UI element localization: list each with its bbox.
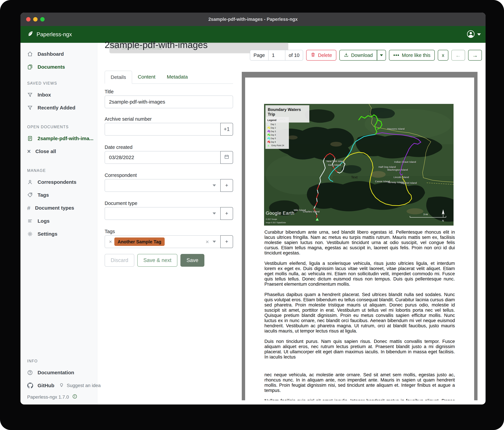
legend-row: Day 3	[267, 130, 287, 133]
zoom-window-button[interactable]	[40, 17, 45, 21]
close-window-button[interactable]	[26, 17, 30, 21]
add-tag-button[interactable]: +	[220, 235, 233, 248]
home-icon	[27, 51, 33, 57]
sidebar-item-github[interactable]: GitHub	[27, 383, 54, 389]
chevron-down-icon	[380, 54, 383, 56]
document-type-select[interactable]	[105, 207, 233, 220]
previous-document-button[interactable]: ←	[451, 50, 465, 61]
map-copyright: Image © 2017 DigitalGlobe	[266, 222, 286, 224]
more-like-this-label: More like this	[402, 53, 431, 58]
user-menu[interactable]	[467, 26, 481, 43]
pdf-preview[interactable]: Hausons Island New York Island Gary Isla…	[242, 72, 477, 400]
sidebar-section-saved-views: SAVED VIEWS	[27, 81, 57, 86]
sidebar-section-info: INFO	[27, 359, 38, 363]
tab-details[interactable]: Details	[105, 71, 132, 84]
asn-field-label: Archive serial number	[105, 116, 152, 122]
asn-input[interactable]	[105, 123, 233, 136]
sidebar-item-suggest-idea[interactable]: Suggest an idea	[59, 383, 101, 389]
date-created-input[interactable]: 03/28/2022	[105, 151, 233, 164]
sidebar-item-label: 2sample-pdf-with-ima...	[37, 136, 93, 141]
tags-label: Tags	[105, 229, 115, 234]
download-options-button[interactable]	[377, 50, 386, 61]
sidebar-item-document-types[interactable]: # Document types	[27, 203, 74, 213]
app-logo[interactable]: Paperless-ngx	[27, 26, 72, 43]
document-paragraph: Vestibulum eleifend, ligula a scelerisqu…	[264, 261, 455, 287]
save-next-button[interactable]: Save & next	[137, 254, 177, 267]
legend-row: Day 4	[267, 133, 287, 137]
sidebar-item-tags[interactable]: Tags	[27, 190, 49, 200]
sidebar-item-dashboard[interactable]: Dashboard	[27, 49, 64, 59]
sidebar-item-open-document[interactable]: 2sample-pdf-with-ima...	[27, 133, 93, 144]
tab-content[interactable]: Content	[132, 71, 161, 84]
page-title: 2sample-pdf-with-images	[105, 39, 207, 50]
tags-select[interactable]: × Another Sample Tag ×	[105, 235, 233, 248]
delete-button[interactable]: Delete	[306, 50, 336, 61]
sidebar-section-open-documents: OPEN DOCUMENTS	[27, 125, 69, 129]
sidebar-item-logs[interactable]: Logs	[27, 216, 50, 226]
island-label: Washington Island	[387, 168, 408, 171]
app-header: Paperless-ngx Search documents	[20, 26, 486, 43]
sidebar-item-settings[interactable]: Settings	[27, 229, 57, 239]
filter-icon	[27, 105, 33, 111]
island-label: Squirrel Island	[401, 181, 417, 184]
legend-label: Day 6	[271, 141, 276, 143]
info-icon[interactable]	[72, 394, 77, 400]
legend-swatch	[267, 124, 269, 125]
next-document-button[interactable]: →	[468, 50, 482, 61]
date-created-label: Date created	[105, 144, 133, 150]
correspondent-select[interactable]	[105, 179, 233, 192]
tag-pill: Another Sample Tag	[114, 237, 165, 246]
add-correspondent-button[interactable]: +	[220, 179, 233, 192]
sidebar-item-documentation[interactable]: Documentation	[27, 367, 74, 378]
island-label: Hausons Island	[387, 127, 405, 130]
download-label: Download	[351, 53, 373, 58]
remove-tag-icon[interactable]: ×	[109, 239, 112, 244]
filter-icon	[27, 92, 33, 98]
calendar-button[interactable]	[220, 151, 233, 164]
minimize-window-button[interactable]	[33, 17, 37, 21]
window-titlebar[interactable]: 2sample-pdf-with-images - Paperless-ngx	[20, 13, 486, 26]
app-version: Paperless-ngx 1.7.0	[27, 394, 77, 400]
sidebar-item-label: GitHub	[37, 383, 54, 388]
chevron-down-icon	[477, 33, 481, 36]
detail-tabs: Details Content Metadata	[105, 71, 233, 84]
title-input[interactable]: 2sample-pdf-with-images	[105, 95, 233, 108]
tab-metadata[interactable]: Metadata	[161, 71, 193, 84]
close-icon: x	[442, 53, 444, 58]
legend-swatch	[267, 127, 269, 128]
page-number-input[interactable]: 1	[269, 50, 285, 61]
more-like-this-button[interactable]: ••• More like this	[389, 50, 435, 61]
document-paragraph: Nullam facilisis quis nisl sit amet iacu…	[264, 398, 455, 400]
arrow-right-icon: →	[472, 52, 478, 59]
sidebar-item-correspondents[interactable]: Correspondents	[27, 177, 76, 187]
tag-icon	[27, 192, 33, 198]
sidebar-item-label: Tags	[37, 192, 49, 198]
save-button[interactable]: Save	[180, 254, 204, 267]
date-created-value: 03/28/2022	[109, 155, 134, 160]
map-legend: Legend Day 1 Day 2 Day 3 Day 4 Day 5 Day…	[265, 117, 289, 149]
sidebar-section-manage: MANAGE	[27, 168, 46, 173]
discard-button[interactable]: Discard	[105, 254, 134, 267]
close-document-button[interactable]: x	[438, 50, 448, 61]
sidebar-item-inbox[interactable]: Inbox	[27, 89, 51, 100]
legend-swatch	[267, 141, 269, 142]
download-button[interactable]: Download	[339, 50, 377, 61]
sidebar-item-label: Logs	[37, 218, 50, 224]
legend-row: Day 2	[267, 126, 287, 130]
island-label: New York Island	[326, 160, 344, 163]
add-document-type-button[interactable]: +	[220, 207, 233, 220]
asn-increment-button[interactable]: +1	[220, 123, 233, 136]
sidebar-item-documents[interactable]: Documents	[27, 62, 65, 72]
document-type-label: Document type	[105, 201, 137, 206]
clear-tags-icon[interactable]: ×	[206, 239, 209, 245]
legend-swatch	[267, 134, 269, 135]
map-text-overlay: Text	[351, 175, 358, 179]
gear-icon	[27, 231, 33, 237]
island-label: Half Dog Island	[378, 166, 396, 168]
version-text: Paperless-ngx 1.7.0	[27, 394, 69, 400]
download-icon	[344, 52, 349, 58]
sidebar-item-recently-added[interactable]: Recently Added	[27, 102, 75, 113]
legend-title: Legend	[267, 119, 287, 122]
file-text-icon	[27, 136, 33, 141]
sidebar-item-close-all[interactable]: × Close all	[27, 146, 56, 157]
